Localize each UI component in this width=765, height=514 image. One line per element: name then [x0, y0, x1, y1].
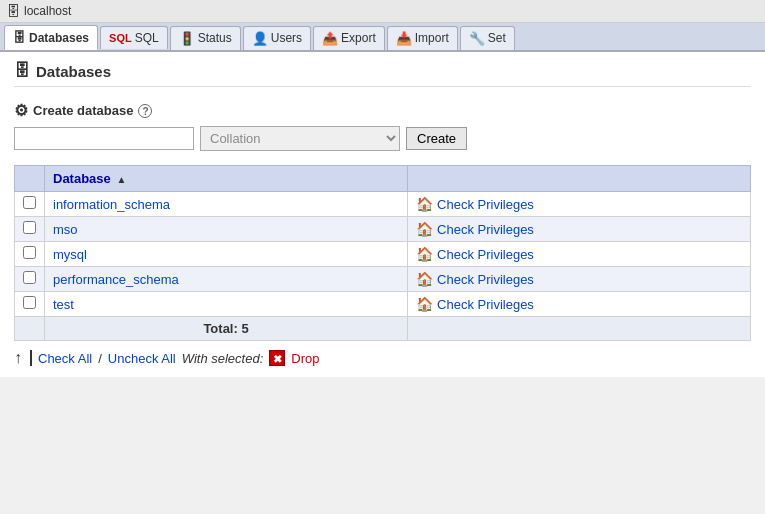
col-database-label: Database [53, 171, 111, 186]
status-tab-icon: 🚦 [179, 31, 195, 46]
check-privileges-label: Check Privileges [437, 272, 534, 287]
table-total-row: Total: 5 [15, 317, 751, 341]
bottom-bar-line [30, 350, 32, 366]
databases-tab-icon: 🗄 [13, 30, 26, 45]
export-tab-icon: 📤 [322, 31, 338, 46]
sql-tab-icon: SQL [109, 32, 132, 44]
main-content: 🗄 Databases ⚙ Create database ? Collatio… [0, 52, 765, 377]
row-checkbox[interactable] [23, 246, 36, 259]
tab-import-label: Import [415, 31, 449, 45]
tab-sql[interactable]: SQL SQL [100, 26, 168, 49]
check-privileges-button[interactable]: 🏠Check Privileges [416, 246, 742, 262]
drop-x-icon: ✖ [269, 350, 285, 366]
row-db-name-cell: test [45, 292, 408, 317]
tab-status[interactable]: 🚦 Status [170, 26, 241, 50]
sort-asc-icon: ▲ [116, 174, 126, 185]
tab-status-label: Status [198, 31, 232, 45]
create-button[interactable]: Create [406, 127, 467, 150]
check-privileges-label: Check Privileges [437, 297, 534, 312]
row-checkbox[interactable] [23, 221, 36, 234]
separator: / [98, 351, 102, 366]
table-row: mysql🏠Check Privileges [15, 242, 751, 267]
create-db-icon: ⚙ [14, 101, 28, 120]
row-checkbox-cell [15, 192, 45, 217]
table-row: information_schema🏠Check Privileges [15, 192, 751, 217]
total-label: Total: 5 [45, 317, 408, 341]
tab-users-label: Users [271, 31, 302, 45]
row-db-name-cell: performance_schema [45, 267, 408, 292]
row-checkbox[interactable] [23, 296, 36, 309]
databases-table: Database ▲ information_schema🏠Check Priv… [14, 165, 751, 341]
check-privileges-button[interactable]: 🏠Check Privileges [416, 296, 742, 312]
row-db-link[interactable]: mso [53, 222, 78, 237]
table-header-row: Database ▲ [15, 166, 751, 192]
row-action-cell: 🏠Check Privileges [408, 242, 751, 267]
row-action-cell: 🏠Check Privileges [408, 292, 751, 317]
col-checkbox-header [15, 166, 45, 192]
users-tab-icon: 👤 [252, 31, 268, 46]
row-checkbox-cell [15, 242, 45, 267]
row-checkbox[interactable] [23, 271, 36, 284]
privilege-icon: 🏠 [416, 271, 433, 287]
page-header: 🗄 Databases [14, 62, 751, 87]
create-db-label: Create database [33, 103, 133, 118]
privilege-icon: 🏠 [416, 296, 433, 312]
drop-button[interactable]: Drop [291, 351, 319, 366]
check-privileges-label: Check Privileges [437, 247, 534, 262]
tab-databases-label: Databases [29, 31, 89, 45]
row-action-cell: 🏠Check Privileges [408, 267, 751, 292]
window-title-text: localhost [24, 4, 71, 18]
row-db-name-cell: mysql [45, 242, 408, 267]
uncheck-all-link[interactable]: Uncheck All [108, 351, 176, 366]
tab-sql-label: SQL [135, 31, 159, 45]
page-header-icon: 🗄 [14, 62, 30, 80]
row-db-link[interactable]: test [53, 297, 74, 312]
check-all-link[interactable]: Check All [38, 351, 92, 366]
import-tab-icon: 📥 [396, 31, 412, 46]
row-checkbox-cell [15, 292, 45, 317]
tab-export-label: Export [341, 31, 376, 45]
col-database-header[interactable]: Database ▲ [45, 166, 408, 192]
check-arrow-icon: ↑ [14, 349, 22, 367]
table-row: mso🏠Check Privileges [15, 217, 751, 242]
privilege-icon: 🏠 [416, 196, 433, 212]
create-db-input[interactable] [14, 127, 194, 150]
help-icon[interactable]: ? [138, 104, 152, 118]
row-db-name-cell: mso [45, 217, 408, 242]
nav-tabs: 🗄 Databases SQL SQL 🚦 Status 👤 Users 📤 E… [0, 23, 765, 52]
row-checkbox[interactable] [23, 196, 36, 209]
total-action-cell [408, 317, 751, 341]
collation-select[interactable]: Collation [200, 126, 400, 151]
tab-databases[interactable]: 🗄 Databases [4, 25, 98, 50]
bottom-bar: ↑ Check All / Uncheck All With selected:… [14, 349, 751, 367]
privilege-icon: 🏠 [416, 246, 433, 262]
tab-settings[interactable]: 🔧 Set [460, 26, 515, 50]
col-action-header [408, 166, 751, 192]
create-db-section: ⚙ Create database ? [14, 101, 751, 120]
check-privileges-label: Check Privileges [437, 197, 534, 212]
row-db-link[interactable]: performance_schema [53, 272, 179, 287]
page-title: Databases [36, 63, 111, 80]
row-action-cell: 🏠Check Privileges [408, 192, 751, 217]
window-title-bar: 🗄 localhost [0, 0, 765, 23]
check-privileges-button[interactable]: 🏠Check Privileges [416, 271, 742, 287]
row-checkbox-cell [15, 267, 45, 292]
tab-import[interactable]: 📥 Import [387, 26, 458, 50]
check-privileges-button[interactable]: 🏠Check Privileges [416, 196, 742, 212]
row-db-link[interactable]: information_schema [53, 197, 170, 212]
check-privileges-label: Check Privileges [437, 222, 534, 237]
check-privileges-button[interactable]: 🏠Check Privileges [416, 221, 742, 237]
row-db-link[interactable]: mysql [53, 247, 87, 262]
table-row: test🏠Check Privileges [15, 292, 751, 317]
create-db-row: Collation Create [14, 126, 751, 151]
tab-settings-label: Set [488, 31, 506, 45]
total-checkbox-cell [15, 317, 45, 341]
with-selected-label: With selected: [182, 351, 264, 366]
tab-export[interactable]: 📤 Export [313, 26, 385, 50]
window-db-icon: 🗄 [6, 3, 20, 19]
row-db-name-cell: information_schema [45, 192, 408, 217]
tab-users[interactable]: 👤 Users [243, 26, 311, 50]
privilege-icon: 🏠 [416, 221, 433, 237]
row-checkbox-cell [15, 217, 45, 242]
table-row: performance_schema🏠Check Privileges [15, 267, 751, 292]
